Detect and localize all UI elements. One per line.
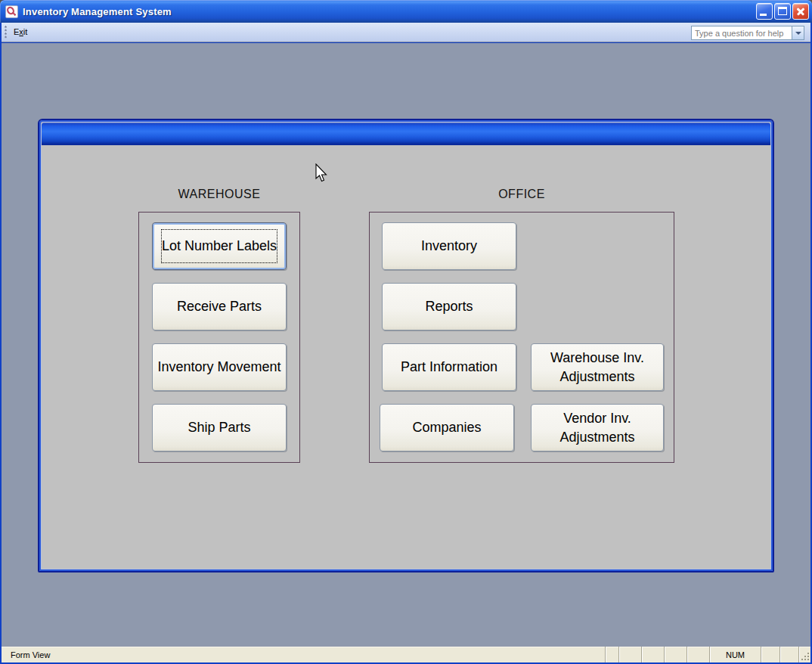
status-view-mode: Form View <box>2 647 605 662</box>
maximize-button[interactable] <box>774 3 791 20</box>
warehouse-inv-adjustments-button[interactable]: Warehouse Inv. Adjustments <box>531 343 664 391</box>
warehouse-section-label: WAREHOUSE <box>138 188 300 201</box>
status-num-lock: NUM <box>709 647 761 662</box>
status-pane <box>779 647 798 662</box>
receive-parts-button[interactable]: Receive Parts <box>152 283 287 330</box>
title-bar[interactable]: Inventory Management System <box>0 0 812 23</box>
status-pane <box>641 647 664 662</box>
status-pane <box>686 647 709 662</box>
status-pane <box>664 647 686 662</box>
access-key-icon <box>5 5 18 18</box>
menu-item-exit[interactable]: Exit <box>8 24 33 40</box>
status-bar: Form View NUM <box>2 646 810 662</box>
lot-number-labels-button[interactable]: Lot Number Labels <box>152 222 287 270</box>
form-body: WAREHOUSE OFFICE Lot Number Labels Recei… <box>42 145 770 569</box>
status-pane <box>761 647 779 662</box>
menu-bar: Exit <box>2 23 810 42</box>
office-section-label: OFFICE <box>369 188 674 201</box>
resize-grip-icon[interactable] <box>798 647 810 662</box>
help-search-combo <box>691 26 804 40</box>
minimize-button[interactable] <box>756 3 773 20</box>
reports-button[interactable]: Reports <box>382 283 516 330</box>
application-window: Inventory Management System Exit <box>0 0 812 664</box>
close-button[interactable] <box>792 3 809 20</box>
ship-parts-button[interactable]: Ship Parts <box>152 404 287 451</box>
minimize-icon <box>760 14 767 16</box>
window-title: Inventory Management System <box>23 6 172 17</box>
chevron-down-icon <box>795 32 801 35</box>
help-search-input[interactable] <box>692 26 792 39</box>
inventory-button[interactable]: Inventory <box>382 222 516 270</box>
form-title-bar[interactable] <box>42 123 770 145</box>
maximize-icon <box>778 7 787 15</box>
inventory-movement-button[interactable]: Inventory Movement <box>152 343 287 391</box>
mdi-workspace: WAREHOUSE OFFICE Lot Number Labels Recei… <box>2 43 810 646</box>
companies-button[interactable]: Companies <box>380 404 514 451</box>
status-pane <box>605 647 618 662</box>
part-information-button[interactable]: Part Information <box>382 343 516 391</box>
help-search-dropdown-button[interactable] <box>792 26 804 39</box>
status-pane <box>618 647 641 662</box>
vendor-inv-adjustments-button[interactable]: Vendor Inv. Adjustments <box>531 404 664 451</box>
switchboard-form-window: WAREHOUSE OFFICE Lot Number Labels Recei… <box>38 119 774 572</box>
